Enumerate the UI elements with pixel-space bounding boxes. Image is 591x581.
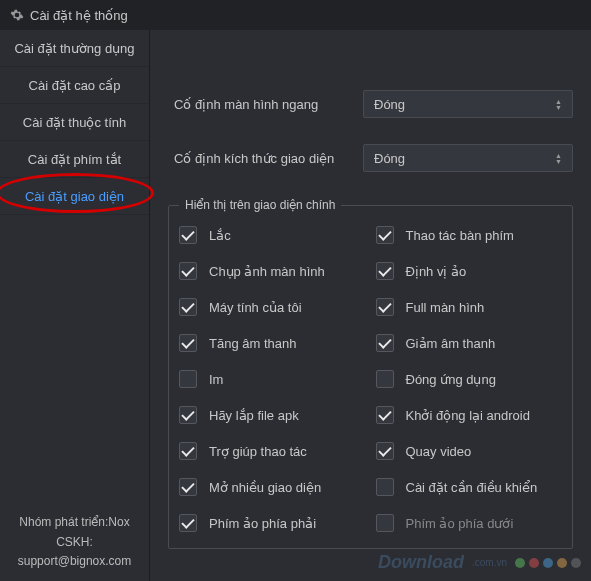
checkbox-box: [179, 442, 197, 460]
checkbox-item[interactable]: Giảm âm thanh: [376, 334, 563, 352]
checkbox-label: Chụp ảnh màn hình: [209, 264, 325, 279]
checkbox-item[interactable]: Mở nhiều giao diện: [179, 478, 366, 496]
sidebar-item-attributes[interactable]: Cài đặt thuộc tính: [0, 104, 149, 141]
checkbox-box: [376, 370, 394, 388]
color-dot: [557, 558, 567, 568]
checkbox-box: [179, 370, 197, 388]
titlebar: Cài đặt hệ thống: [0, 0, 591, 30]
checkbox-box: [179, 226, 197, 244]
checkbox-box: [376, 226, 394, 244]
checkbox-item[interactable]: Định vị ảo: [376, 262, 563, 280]
checkbox-box: [376, 514, 394, 532]
checkbox-item[interactable]: Tăng âm thanh: [179, 334, 366, 352]
sidebar-item-shortcuts[interactable]: Cài đặt phím tắt: [0, 141, 149, 178]
checkbox-box: [376, 334, 394, 352]
sidebar-item-common[interactable]: Cài đặt thường dụng: [0, 30, 149, 67]
label-fix-size: Cố định kích thức giao diện: [168, 151, 363, 166]
watermark: Download.com.vn: [378, 552, 581, 573]
checkbox-item[interactable]: Trợ giúp thao tác: [179, 442, 366, 460]
checkbox-label: Im: [209, 372, 223, 387]
checkbox-item[interactable]: Khởi động lại android: [376, 406, 563, 424]
window-title: Cài đặt hệ thống: [30, 8, 128, 23]
checkbox-item[interactable]: Quay video: [376, 442, 563, 460]
checkbox-label: Tăng âm thanh: [209, 336, 296, 351]
checkbox-box: [376, 478, 394, 496]
checkbox-label: Máy tính của tôi: [209, 300, 302, 315]
checkbox-box: [179, 334, 197, 352]
checkbox-label: Đóng ứng dụng: [406, 372, 496, 387]
checkbox-box: [376, 262, 394, 280]
checkbox-item: Phím ảo phía dưới: [376, 514, 563, 532]
color-dot: [529, 558, 539, 568]
color-dot: [571, 558, 581, 568]
checkbox-label: Quay video: [406, 444, 472, 459]
checkbox-label: Phím ảo phía phải: [209, 516, 316, 531]
spinner-icon: ▲▼: [555, 153, 562, 164]
checkbox-label: Thao tác bàn phím: [406, 228, 514, 243]
color-dot: [543, 558, 553, 568]
checkbox-item[interactable]: Im: [179, 370, 366, 388]
checkbox-item[interactable]: Thao tác bàn phím: [376, 226, 563, 244]
checkbox-item[interactable]: Chụp ảnh màn hình: [179, 262, 366, 280]
checkbox-label: Full màn hình: [406, 300, 485, 315]
checkbox-item[interactable]: Hãy lắp file apk: [179, 406, 366, 424]
select-fix-landscape[interactable]: Đóng ▲▼: [363, 90, 573, 118]
group-legend: Hiển thị trên giao diện chính: [179, 198, 341, 212]
checkbox-label: Định vị ảo: [406, 264, 467, 279]
checkbox-label: Cài đặt cần điều khiển: [406, 480, 538, 495]
checkbox-item[interactable]: Full màn hình: [376, 298, 563, 316]
checkbox-box: [376, 298, 394, 316]
checkbox-box: [179, 298, 197, 316]
checkbox-box: [376, 406, 394, 424]
spinner-icon: ▲▼: [555, 99, 562, 110]
checkbox-label: Lắc: [209, 228, 231, 243]
checkbox-label: Khởi động lại android: [406, 408, 530, 423]
content-pane: Cố định màn hình ngang Đóng ▲▼ Cố định k…: [150, 30, 591, 581]
label-fix-landscape: Cố định màn hình ngang: [168, 97, 363, 112]
sidebar-item-advanced[interactable]: Cài đặt cao cấp: [0, 67, 149, 104]
checkbox-label: Hãy lắp file apk: [209, 408, 299, 423]
checkbox-box: [376, 442, 394, 460]
sidebar-footer: Nhóm phát triển:Nox CSKH: support@bignox…: [0, 503, 149, 581]
checkbox-item[interactable]: Đóng ứng dụng: [376, 370, 563, 388]
display-group: Hiển thị trên giao diện chính LắcThao tá…: [168, 198, 573, 549]
checkbox-box: [179, 514, 197, 532]
checkbox-item[interactable]: Máy tính của tôi: [179, 298, 366, 316]
checkbox-item[interactable]: Phím ảo phía phải: [179, 514, 366, 532]
checkbox-box: [179, 262, 197, 280]
checkbox-label: Giảm âm thanh: [406, 336, 496, 351]
select-fix-size[interactable]: Đóng ▲▼: [363, 144, 573, 172]
checkbox-label: Trợ giúp thao tác: [209, 444, 307, 459]
checkbox-label: Phím ảo phía dưới: [406, 516, 514, 531]
checkbox-item[interactable]: Lắc: [179, 226, 366, 244]
checkbox-label: Mở nhiều giao diện: [209, 480, 321, 495]
sidebar: Cài đặt thường dụng Cài đặt cao cấp Cài …: [0, 30, 150, 581]
sidebar-item-interface[interactable]: Cài đặt giao diện: [0, 178, 149, 215]
gear-icon: [10, 8, 24, 22]
checkbox-box: [179, 478, 197, 496]
color-dot: [515, 558, 525, 568]
checkbox-box: [179, 406, 197, 424]
checkbox-item[interactable]: Cài đặt cần điều khiển: [376, 478, 563, 496]
